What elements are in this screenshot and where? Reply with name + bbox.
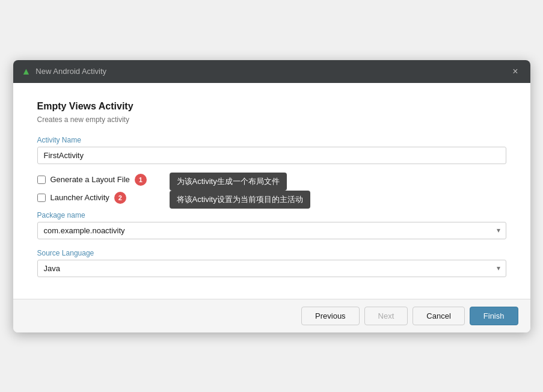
- tooltip-2-popup: 将该Activity设置为当前项目的主活动: [170, 191, 310, 209]
- section-description: Creates a new empty activity: [37, 115, 506, 124]
- dialog-title: New Android Activity: [35, 67, 504, 76]
- package-name-select[interactable]: com.example.noactivity: [37, 222, 506, 239]
- launcher-activity-row: Launcher Activity 2 将该Activity设置为当前项目的主活…: [37, 192, 506, 204]
- android-icon: ▲: [22, 66, 31, 77]
- finish-button[interactable]: Finish: [470, 307, 518, 325]
- package-name-wrapper: com.example.noactivity ▾: [37, 222, 506, 239]
- generate-layout-label[interactable]: Generate a Layout File: [51, 175, 130, 184]
- package-name-label: Package name: [37, 211, 506, 219]
- new-android-activity-dialog: ▲ New Android Activity × Empty Views Act…: [13, 60, 530, 332]
- dialog-content: Empty Views Activity Creates a new empty…: [13, 83, 530, 299]
- source-language-select[interactable]: Java Kotlin: [37, 260, 506, 277]
- source-language-wrapper: Java Kotlin ▾: [37, 260, 506, 277]
- close-button[interactable]: ×: [509, 65, 521, 78]
- section-title: Empty Views Activity: [37, 101, 506, 112]
- cancel-button[interactable]: Cancel: [413, 307, 464, 325]
- tooltip-badge-1: 1: [135, 174, 147, 186]
- activity-name-input[interactable]: [37, 147, 506, 164]
- activity-name-label: Activity Name: [37, 136, 506, 144]
- tooltip-1-popup: 为该Activity生成一个布局文件: [170, 173, 287, 191]
- previous-button[interactable]: Previous: [301, 307, 360, 325]
- generate-layout-row: Generate a Layout File 1 为该Activity生成一个布…: [37, 174, 506, 186]
- dialog-footer: Previous Next Cancel Finish: [13, 299, 530, 332]
- next-button[interactable]: Next: [364, 307, 408, 325]
- launcher-activity-label[interactable]: Launcher Activity: [51, 193, 109, 202]
- title-bar: ▲ New Android Activity ×: [13, 60, 530, 83]
- source-language-label: Source Language: [37, 249, 506, 257]
- generate-layout-checkbox[interactable]: [37, 176, 46, 184]
- launcher-activity-checkbox[interactable]: [37, 194, 46, 202]
- tooltip-badge-2: 2: [114, 192, 126, 204]
